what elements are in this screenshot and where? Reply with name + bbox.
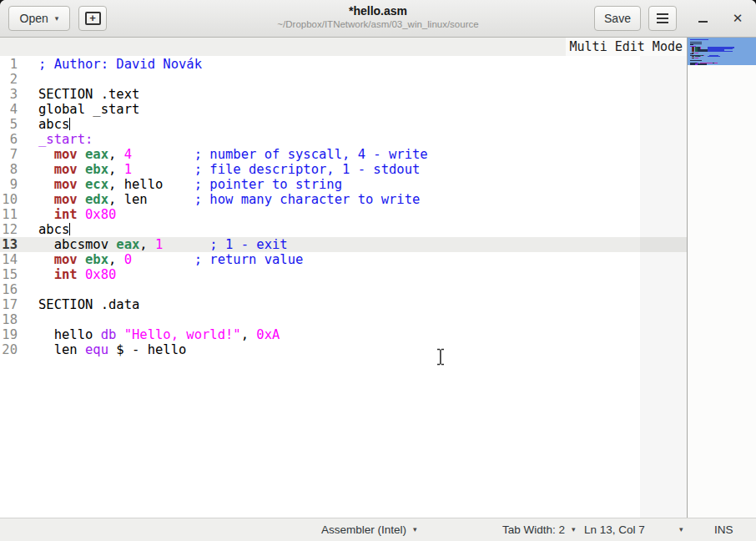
code-line[interactable]: 4global _start bbox=[0, 102, 687, 117]
line-number: 17 bbox=[0, 297, 18, 312]
code-line[interactable]: 16 bbox=[0, 282, 687, 297]
line-number: 3 bbox=[0, 87, 18, 102]
line-content: SECTION .text bbox=[38, 87, 139, 102]
code-line[interactable]: 3SECTION .text bbox=[0, 87, 687, 102]
multi-edit-mode-label: Multi Edit Mode bbox=[566, 38, 687, 56]
line-number: 15 bbox=[0, 267, 18, 282]
line-number: 1 bbox=[0, 57, 18, 72]
code-line[interactable]: 11 int 0x80 bbox=[0, 207, 687, 222]
line-content: hello db "Hello, world!", 0xA bbox=[38, 327, 280, 342]
minimize-button[interactable] bbox=[691, 6, 714, 31]
close-button[interactable]: ✕ bbox=[726, 6, 749, 31]
line-content: SECTION .data bbox=[38, 297, 139, 312]
line-number: 5 bbox=[0, 117, 18, 132]
line-content: mov ebx, 0 ; return value bbox=[38, 252, 303, 267]
window-title-area: *hello.asm ~/Dropbox/ITNetwork/asm/03_wi… bbox=[0, 4, 756, 31]
code-line[interactable]: 9 mov ecx, hello ; pointer to string bbox=[0, 177, 687, 192]
code-line[interactable]: 5abcs bbox=[0, 117, 687, 132]
language-selector[interactable]: Assembler (Intel) ▾ bbox=[321, 518, 417, 541]
line-number: 14 bbox=[0, 252, 18, 267]
gedit-window: Open ▾ + *hello.asm ~/Dropbox/ITNetwork/… bbox=[0, 0, 756, 541]
new-tab-icon: + bbox=[85, 12, 101, 25]
line-number: 6 bbox=[0, 132, 18, 147]
document-title: *hello.asm bbox=[0, 4, 756, 18]
minimize-icon bbox=[698, 21, 708, 23]
line-content: int 0x80 bbox=[38, 267, 116, 282]
line-content: abcs bbox=[38, 222, 70, 237]
code-line[interactable]: 20 len equ $ - hello bbox=[0, 342, 687, 357]
line-number: 13 bbox=[0, 237, 18, 252]
code-line[interactable]: 14 mov ebx, 0 ; return value bbox=[0, 252, 687, 267]
insert-mode-indicator: INS bbox=[714, 518, 733, 541]
overview-minimap[interactable] bbox=[687, 38, 756, 518]
code-line[interactable]: 1; Author: David Novák bbox=[0, 57, 687, 72]
code-line[interactable]: 8 mov ebx, 1 ; file descriptor, 1 - stdo… bbox=[0, 162, 687, 177]
code-line[interactable]: 6_start: bbox=[0, 132, 687, 147]
line-content: mov ecx, hello ; pointer to string bbox=[38, 177, 342, 192]
text-cursor bbox=[69, 118, 70, 130]
line-content: mov eax, 4 ; number of syscall, 4 - writ… bbox=[38, 147, 428, 162]
line-number: 2 bbox=[0, 72, 18, 87]
line-content: _start: bbox=[38, 132, 93, 147]
line-number: 20 bbox=[0, 342, 18, 357]
chevron-down-icon: ▾ bbox=[55, 15, 59, 23]
line-content: int 0x80 bbox=[38, 207, 116, 222]
goto-line-dropdown[interactable]: ▾ bbox=[679, 518, 683, 541]
code-line[interactable]: 15 int 0x80 bbox=[0, 267, 687, 282]
tab-width-label: Tab Width: 2 bbox=[502, 523, 565, 536]
new-document-button[interactable]: + bbox=[78, 6, 107, 31]
line-number: 7 bbox=[0, 147, 18, 162]
code-line[interactable]: 2 bbox=[0, 72, 687, 87]
line-content: global _start bbox=[38, 102, 139, 117]
status-bar: Assembler (Intel) ▾ Tab Width: 2 ▾ Ln 13… bbox=[0, 518, 756, 541]
line-number: 4 bbox=[0, 102, 18, 117]
line-number: 10 bbox=[0, 192, 18, 207]
header-bar: Open ▾ + *hello.asm ~/Dropbox/ITNetwork/… bbox=[0, 0, 756, 38]
line-content: abcs bbox=[38, 117, 70, 132]
chevron-down-icon: ▾ bbox=[679, 526, 683, 533]
language-label: Assembler (Intel) bbox=[321, 523, 406, 536]
cursor-position-label[interactable]: Ln 13, Col 7 bbox=[584, 518, 645, 541]
code-line[interactable]: 12abcs bbox=[0, 222, 687, 237]
tab-width-selector[interactable]: Tab Width: 2 ▾ bbox=[502, 518, 576, 541]
minimap-marks bbox=[688, 38, 756, 518]
mode-banner-bar: Multi Edit Mode bbox=[0, 38, 687, 56]
line-number: 18 bbox=[0, 312, 18, 327]
line-number: 9 bbox=[0, 177, 18, 192]
save-button[interactable]: Save bbox=[594, 6, 641, 31]
code-line[interactable]: 18 bbox=[0, 312, 687, 327]
line-number: 12 bbox=[0, 222, 18, 237]
line-content: mov edx, len ; how many character to wri… bbox=[38, 192, 420, 207]
line-number: 8 bbox=[0, 162, 18, 177]
menu-button[interactable] bbox=[648, 6, 677, 31]
line-number: 11 bbox=[0, 207, 18, 222]
document-path: ~/Dropbox/ITNetwork/asm/03_win_linux/sou… bbox=[0, 18, 756, 31]
line-number: 16 bbox=[0, 282, 18, 297]
code-line[interactable]: 10 mov edx, len ; how many character to … bbox=[0, 192, 687, 207]
chevron-down-icon: ▾ bbox=[572, 526, 576, 533]
line-content: len equ $ - hello bbox=[38, 342, 186, 357]
line-content: mov ebx, 1 ; file descriptor, 1 - stdout bbox=[38, 162, 420, 177]
line-content: ; Author: David Novák bbox=[38, 57, 202, 72]
text-editor[interactable]: 1; Author: David Novák23SECTION .text4gl… bbox=[0, 56, 687, 518]
chevron-down-icon: ▾ bbox=[413, 526, 417, 533]
line-number: 19 bbox=[0, 327, 18, 342]
line-content: abcsmov eax, 1 ; 1 - exit bbox=[38, 237, 288, 252]
open-button-label: Open bbox=[20, 12, 48, 25]
code-line[interactable]: 7 mov eax, 4 ; number of syscall, 4 - wr… bbox=[0, 147, 687, 162]
close-icon: ✕ bbox=[733, 11, 743, 26]
hamburger-icon bbox=[657, 18, 668, 19]
code-area: 1; Author: David Novák23SECTION .text4gl… bbox=[0, 57, 687, 357]
open-button[interactable]: Open ▾ bbox=[8, 6, 70, 31]
text-cursor bbox=[69, 223, 70, 235]
code-line[interactable]: 19 hello db "Hello, world!", 0xA bbox=[0, 327, 687, 342]
save-button-label: Save bbox=[604, 12, 631, 25]
code-line[interactable]: 17SECTION .data bbox=[0, 297, 687, 312]
code-line[interactable]: 13 abcsmov eax, 1 ; 1 - exit bbox=[0, 237, 687, 252]
